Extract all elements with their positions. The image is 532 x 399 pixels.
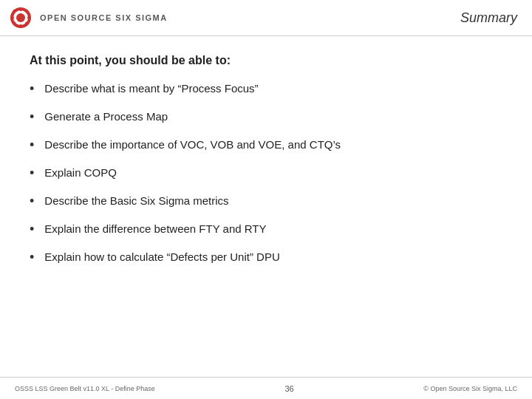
bullet-text: Describe what is meant by “Process Focus… bbox=[44, 81, 258, 96]
bullet-item: •Generate a Process Map bbox=[30, 109, 502, 125]
main-content: At this point, you should be able to: •D… bbox=[0, 36, 532, 377]
bullet-dot: • bbox=[30, 137, 34, 153]
page: OPEN SOURCE SIX SIGMA Summary At this po… bbox=[0, 0, 532, 399]
logo-text: OPEN SOURCE SIX SIGMA bbox=[40, 13, 168, 22]
bullet-text: Explain COPQ bbox=[44, 165, 117, 180]
header: OPEN SOURCE SIX SIGMA Summary bbox=[0, 0, 532, 36]
bullet-dot: • bbox=[30, 250, 34, 265]
logo-icon bbox=[9, 6, 33, 30]
bullet-item: •Explain how to calculate “Defects per U… bbox=[30, 249, 502, 265]
footer: OSSS LSS Green Belt v11.0 XL - Define Ph… bbox=[0, 377, 532, 399]
bullet-item: •Describe the importance of VOC, VOB and… bbox=[30, 137, 502, 153]
footer-right: © Open Source Six Sigma, LLC bbox=[423, 385, 517, 392]
svg-rect-3 bbox=[20, 7, 22, 11]
bullet-item: •Describe the Basic Six Sigma metrics bbox=[30, 193, 502, 209]
header-title: Summary bbox=[460, 10, 517, 26]
intro-text: At this point, you should be able to: bbox=[30, 54, 502, 67]
footer-left: OSSS LSS Green Belt v11.0 XL - Define Ph… bbox=[15, 385, 155, 392]
bullet-text: Explain how to calculate “Defects per Un… bbox=[44, 249, 279, 265]
bullet-dot: • bbox=[30, 222, 34, 237]
bullet-dot: • bbox=[30, 194, 34, 209]
bullet-dot: • bbox=[30, 109, 34, 125]
bullet-item: •Explain COPQ bbox=[30, 165, 502, 181]
svg-point-2 bbox=[16, 13, 25, 22]
svg-rect-6 bbox=[27, 17, 31, 19]
logo-area: OPEN SOURCE SIX SIGMA bbox=[9, 6, 168, 30]
bullet-item: •Explain the difference between FTY and … bbox=[30, 221, 502, 237]
bullet-text: Explain the difference between FTY and R… bbox=[44, 221, 266, 236]
bullet-text: Generate a Process Map bbox=[44, 109, 168, 124]
footer-center: 36 bbox=[284, 384, 293, 393]
bullet-dot: • bbox=[30, 81, 34, 97]
bullet-text: Describe the importance of VOC, VOB and … bbox=[44, 137, 341, 152]
svg-rect-4 bbox=[20, 24, 22, 28]
bullets-container: •Describe what is meant by “Process Focu… bbox=[30, 81, 502, 277]
bullet-dot: • bbox=[30, 166, 34, 181]
bullet-item: •Describe what is meant by “Process Focu… bbox=[30, 81, 502, 97]
bullet-text: Describe the Basic Six Sigma metrics bbox=[44, 193, 228, 208]
svg-rect-5 bbox=[10, 17, 14, 19]
